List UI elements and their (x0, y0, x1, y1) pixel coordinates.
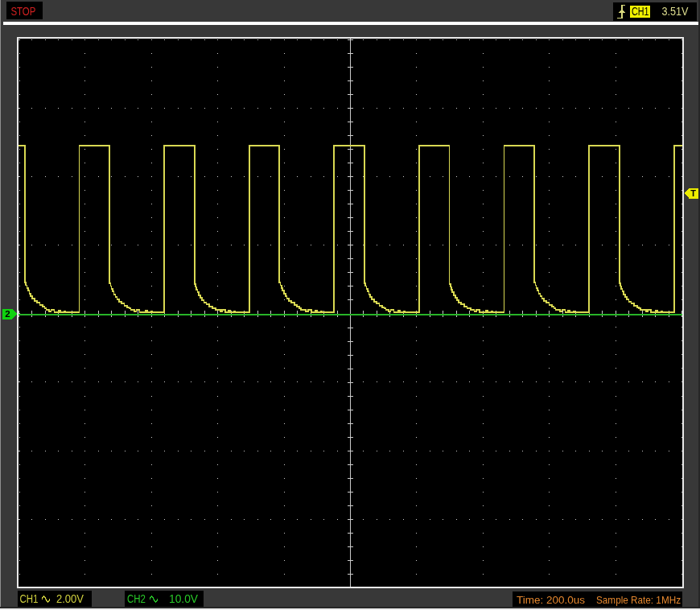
svg-text:10.0V: 10.0V (169, 593, 199, 605)
svg-text:2: 2 (5, 309, 10, 319)
svg-text:CH1: CH1 (632, 5, 649, 18)
svg-text:CH1: CH1 (20, 593, 39, 605)
svg-text:STOP: STOP (10, 5, 35, 18)
svg-text:Sample Rate: 1MHz: Sample Rate: 1MHz (596, 594, 681, 606)
svg-text:Time: 200.0us: Time: 200.0us (517, 594, 585, 606)
svg-text:3.51V: 3.51V (661, 5, 689, 18)
svg-text:T: T (690, 188, 696, 198)
svg-text:CH2: CH2 (127, 593, 146, 605)
svg-text:2.00V: 2.00V (56, 593, 84, 605)
